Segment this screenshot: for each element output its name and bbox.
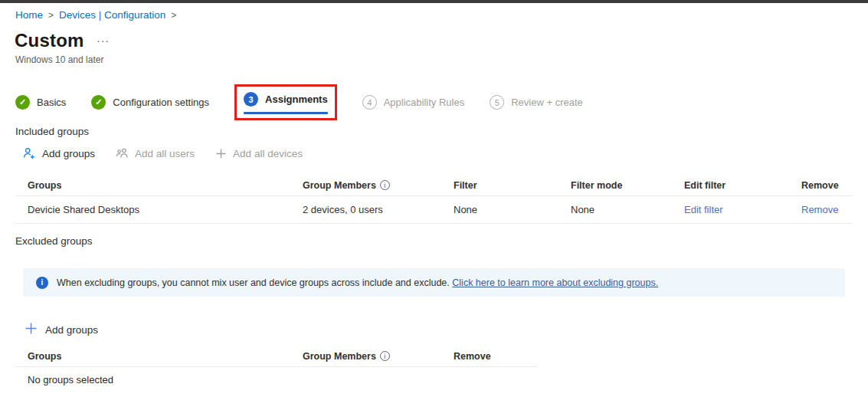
step-3-badge: 3 — [244, 92, 258, 107]
wizard-steps: ✓ Basics ✓ Configuration settings 3 Assi… — [15, 84, 583, 120]
breadcrumb-devices-configuration-link[interactable]: Devices | Configuration — [59, 9, 165, 21]
banner-text: When excluding groups, you cannot mix us… — [57, 277, 658, 288]
tab-review-create-label: Review + create — [511, 97, 583, 108]
tab-assignments-label: Assignments — [265, 94, 328, 105]
add-groups-button[interactable]: Add groups — [23, 147, 95, 160]
col-group-members: Group Members i — [303, 351, 454, 362]
breadcrumb-separator: > — [171, 10, 176, 21]
breadcrumb-home-link[interactable]: Home — [15, 9, 43, 21]
col-edit-filter: Edit filter — [684, 180, 801, 191]
col-filter-mode: Filter mode — [571, 180, 684, 191]
more-options-button[interactable]: ··· — [97, 34, 110, 47]
breadcrumb: Home > Devices | Configuration > — [15, 9, 176, 21]
group-name: Devicie Shared Desktops — [28, 204, 303, 215]
excluding-groups-learn-more-link[interactable]: Click here to learn more about excluding… — [452, 277, 658, 288]
col-group-members: Group Members i — [303, 180, 454, 191]
tab-configuration-settings-label: Configuration settings — [113, 97, 209, 108]
active-tab-underline — [244, 112, 328, 114]
check-icon: ✓ — [91, 95, 106, 110]
col-remove: Remove — [454, 351, 538, 362]
col-groups: Groups — [28, 180, 303, 191]
step-5-badge: 5 — [490, 95, 504, 110]
annotation-red-box: 3 Assignments — [234, 84, 337, 120]
info-icon[interactable]: i — [380, 351, 390, 361]
breadcrumb-separator: > — [48, 10, 54, 21]
tab-assignments[interactable]: 3 Assignments — [244, 92, 328, 107]
edit-filter-link[interactable]: Edit filter — [684, 204, 723, 215]
table-header-row: Groups Group Members i Remove — [15, 346, 538, 367]
included-groups-heading: Included groups — [15, 126, 89, 137]
plus-icon — [215, 148, 227, 159]
assignments-page: Home > Devices | Configuration > Custom … — [0, 0, 868, 397]
col-groups: Groups — [28, 351, 303, 362]
empty-state-text: No groups selected — [15, 367, 538, 392]
info-icon[interactable]: i — [380, 180, 390, 190]
excluded-groups-heading: Excluded groups — [15, 235, 93, 247]
add-all-devices-button[interactable]: Add all devices — [215, 148, 303, 159]
page-subtitle: Windows 10 and later — [15, 54, 103, 65]
add-all-users-label: Add all users — [135, 148, 195, 159]
excluded-add-groups-button[interactable]: Add groups — [25, 322, 98, 337]
plus-icon — [25, 322, 38, 337]
page-title: Custom — [15, 30, 84, 51]
group-members-value: 2 devices, 0 users — [303, 204, 454, 215]
tab-review-create[interactable]: 5 Review + create — [490, 95, 583, 110]
people-icon — [116, 147, 129, 160]
excluded-add-groups-label: Add groups — [45, 324, 98, 336]
tab-applicability-rules[interactable]: 4 Applicability Rules — [362, 95, 465, 110]
add-all-users-button[interactable]: Add all users — [116, 147, 195, 160]
table-header-row: Groups Group Members i Filter Filter mod… — [15, 175, 853, 196]
tab-configuration-settings[interactable]: ✓ Configuration settings — [91, 95, 209, 110]
tab-basics[interactable]: ✓ Basics — [15, 95, 66, 110]
add-all-devices-label: Add all devices — [233, 148, 303, 159]
step-4-badge: 4 — [362, 95, 377, 110]
excluded-groups-table: Groups Group Members i Remove No groups … — [15, 346, 538, 392]
person-add-icon — [23, 147, 36, 160]
tab-basics-label: Basics — [37, 97, 66, 108]
tab-applicability-rules-label: Applicability Rules — [384, 97, 465, 108]
filter-mode-value: None — [571, 204, 684, 215]
included-groups-toolbar: Add groups Add all users Add all devices — [23, 147, 303, 160]
filter-value: None — [454, 204, 571, 215]
check-icon: ✓ — [15, 95, 30, 110]
info-icon: i — [36, 277, 48, 289]
table-row: Devicie Shared Desktops 2 devices, 0 use… — [15, 196, 853, 224]
included-groups-table: Groups Group Members i Filter Filter mod… — [15, 175, 853, 224]
info-banner: i When excluding groups, you cannot mix … — [23, 268, 845, 297]
col-remove: Remove — [801, 180, 853, 191]
add-groups-label: Add groups — [42, 148, 95, 159]
col-filter: Filter — [454, 180, 571, 191]
remove-link[interactable]: Remove — [801, 204, 838, 215]
window-top-border — [0, 0, 868, 3]
